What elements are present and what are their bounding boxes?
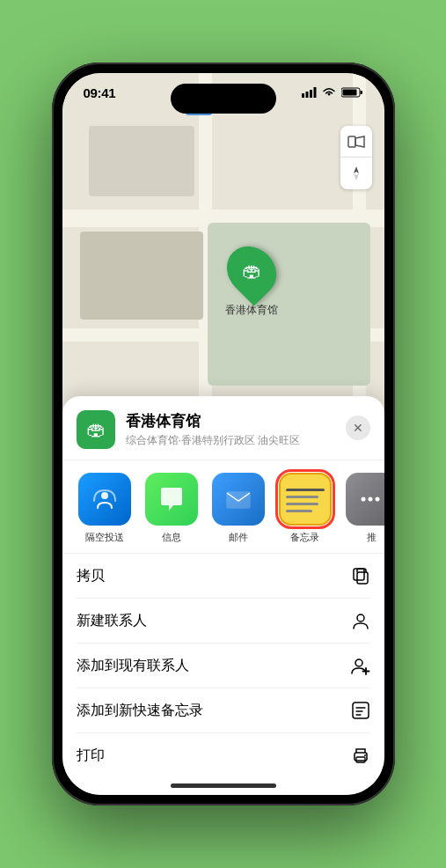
svg-rect-17: [353, 702, 369, 718]
share-mail[interactable]: 邮件: [210, 473, 267, 544]
map-pin: 🏟 香港体育馆: [225, 245, 278, 318]
airdrop-label: 隔空投送: [85, 531, 124, 544]
map-controls: [340, 126, 372, 189]
notes-line: [286, 496, 318, 498]
svg-point-10: [361, 497, 365, 502]
action-new-contact-label: 新建联系人: [77, 612, 147, 630]
copy-icon: [351, 566, 370, 585]
action-copy-label: 拷贝: [77, 567, 105, 585]
battery-icon: [341, 87, 363, 98]
mail-svg: [223, 484, 253, 514]
action-new-contact[interactable]: 新建联系人: [77, 599, 370, 644]
venue-icon: 🏟: [77, 410, 115, 449]
print-icon: [351, 746, 370, 765]
svg-rect-9: [227, 492, 250, 508]
more-icon: [346, 473, 384, 526]
svg-rect-0: [302, 93, 304, 98]
venue-subtitle: 综合体育馆·香港特别行政区 油尖旺区: [126, 433, 370, 448]
svg-point-12: [375, 497, 379, 502]
notes-lines: [281, 482, 330, 518]
messages-svg: [157, 484, 186, 514]
new-contact-icon: [351, 611, 370, 630]
messages-icon: [145, 473, 198, 526]
more-label: 推: [367, 531, 377, 544]
share-row: 隔空投送 信息: [62, 460, 384, 554]
dynamic-island: [171, 84, 276, 114]
notes-line: [286, 489, 325, 491]
svg-point-15: [357, 614, 364, 622]
svg-rect-19: [356, 757, 365, 762]
home-indicator: [171, 783, 276, 788]
svg-rect-13: [357, 572, 368, 584]
share-notes[interactable]: 备忘录: [277, 473, 333, 544]
pin-icon: 🏟: [216, 236, 286, 305]
status-icons: [302, 87, 363, 98]
mail-icon: [212, 473, 265, 526]
share-messages[interactable]: 信息: [143, 473, 200, 544]
stadium-icon: 🏟: [242, 260, 261, 283]
messages-label: 信息: [162, 531, 181, 544]
signal-icon: [302, 87, 317, 98]
action-copy[interactable]: 拷贝: [77, 554, 370, 599]
location-button[interactable]: [340, 158, 372, 189]
map-area: 南口 🏟: [62, 73, 384, 443]
notes-line: [286, 503, 318, 505]
map-view-button[interactable]: [340, 126, 372, 158]
action-add-existing[interactable]: 添加到现有联系人: [77, 644, 370, 688]
venue-name: 香港体育馆: [126, 411, 370, 431]
svg-rect-14: [354, 569, 364, 580]
svg-rect-2: [310, 90, 312, 98]
map-block: [80, 232, 203, 320]
action-print-label: 打印: [77, 747, 105, 765]
svg-rect-3: [313, 87, 316, 98]
more-svg: [358, 485, 384, 513]
action-add-notes-label: 添加到新快速备忘录: [77, 702, 203, 720]
bottom-sheet: 🏟 香港体育馆 综合体育馆·香港特别行政区 油尖旺区 ✕: [62, 396, 384, 795]
pin-label: 香港体育馆: [225, 303, 278, 318]
quick-notes-icon: [351, 701, 370, 720]
phone-frame: 09:41: [52, 63, 395, 805]
notes-icon: [279, 473, 332, 526]
airdrop-svg: [91, 485, 119, 513]
action-list: 拷贝 新建联系人 添加到现有联系人: [62, 554, 384, 777]
notes-label: 备忘录: [290, 531, 319, 544]
status-time: 09:41: [84, 85, 116, 100]
mail-label: 邮件: [229, 531, 248, 544]
action-print[interactable]: 打印: [77, 733, 370, 777]
action-add-existing-label: 添加到现有联系人: [77, 657, 189, 675]
notes-line: [286, 510, 313, 512]
airdrop-icon: [78, 473, 131, 526]
compass-icon: [348, 166, 364, 181]
add-contact-icon: [351, 656, 370, 675]
svg-rect-7: [348, 136, 355, 147]
venue-info: 香港体育馆 综合体育馆·香港特别行政区 油尖旺区: [126, 411, 370, 448]
venue-header: 🏟 香港体育馆 综合体育馆·香港特别行政区 油尖旺区 ✕: [62, 396, 384, 460]
phone-screen: 09:41: [62, 73, 384, 795]
close-button[interactable]: ✕: [346, 416, 370, 440]
map-block: [89, 126, 194, 196]
svg-rect-6: [342, 90, 356, 96]
svg-rect-5: [360, 91, 362, 94]
svg-point-16: [355, 659, 362, 666]
share-airdrop[interactable]: 隔空投送: [77, 473, 133, 544]
action-add-notes[interactable]: 添加到新快速备忘录: [77, 688, 370, 733]
map-icon: [347, 133, 365, 151]
wifi-icon: [322, 87, 336, 98]
svg-point-8: [101, 492, 108, 499]
svg-point-11: [368, 497, 372, 502]
svg-point-20: [364, 754, 366, 756]
share-more[interactable]: 推: [344, 473, 384, 544]
svg-rect-1: [305, 92, 308, 98]
